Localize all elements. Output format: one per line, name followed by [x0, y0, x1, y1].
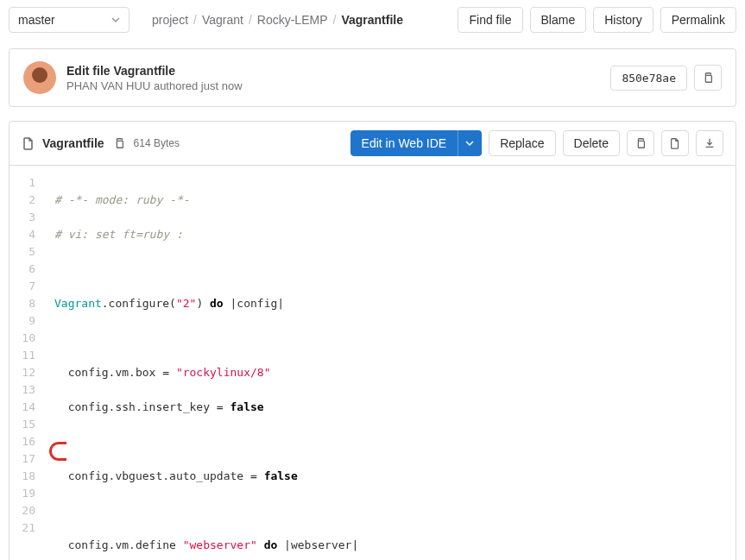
code-token: "webserver" — [183, 538, 257, 551]
file-navigation-bar: master project / Vagrant / Rocky-LEMP / … — [9, 7, 736, 33]
file-icon — [669, 137, 681, 149]
commit-author[interactable]: PHAN VAN HUU — [66, 79, 150, 92]
line-number[interactable]: 11 — [18, 347, 35, 364]
copy-sha-button[interactable] — [694, 65, 722, 91]
branch-name: master — [18, 13, 55, 27]
svg-rect-2 — [638, 141, 644, 148]
line-number[interactable]: 2 — [18, 192, 35, 209]
raw-file-button[interactable] — [661, 130, 689, 156]
line-number[interactable]: 14 — [18, 399, 35, 416]
edit-in-web-ide-button[interactable]: Edit in Web IDE — [350, 130, 458, 156]
code-token: do — [264, 538, 278, 551]
commit-title[interactable]: Edit file Vagrantfile — [66, 64, 600, 78]
commit-sha-group: 850e78ae — [610, 65, 722, 91]
code-token: config.vm.box = — [54, 366, 176, 379]
commit-sha[interactable]: 850e78ae — [610, 66, 687, 91]
breadcrumb-separator: / — [333, 13, 337, 27]
file-icon — [22, 136, 35, 150]
clipboard-icon — [113, 137, 125, 149]
last-commit-panel: Edit file Vagrantfile PHAN VAN HUU autho… — [9, 48, 736, 107]
line-number[interactable]: 10 — [18, 330, 35, 347]
edit-ide-group: Edit in Web IDE — [350, 130, 483, 156]
svg-rect-1 — [117, 141, 123, 148]
file-top-actions: Find file Blame History Permalink — [458, 7, 736, 33]
line-number[interactable]: 8 — [18, 295, 35, 312]
file-header: Vagrantfile 614 Bytes Edit in Web IDE Re… — [9, 122, 736, 165]
code-token: ) — [196, 297, 210, 310]
breadcrumb-item[interactable]: Rocky-LEMP — [257, 13, 328, 27]
file-name: Vagrantfile — [42, 136, 104, 150]
file-size: 614 Bytes — [134, 137, 180, 149]
code-token: false — [230, 400, 264, 413]
chevron-down-icon — [111, 16, 120, 24]
copy-contents-button[interactable] — [627, 130, 654, 156]
code-token: "rockylinux/8" — [176, 366, 271, 379]
code-token: .configure( — [102, 297, 176, 310]
find-file-button[interactable]: Find file — [458, 7, 522, 33]
code-token — [257, 538, 264, 551]
line-number[interactable]: 15 — [18, 416, 35, 433]
code-token: Vagrant — [54, 297, 102, 310]
blame-button[interactable]: Blame — [530, 7, 587, 33]
code-token: config.vbguest.auto_update = — [54, 469, 264, 482]
copy-filename-button[interactable] — [111, 135, 127, 151]
code-token: "2" — [176, 297, 196, 310]
delete-button[interactable]: Delete — [563, 130, 620, 156]
branch-selector[interactable]: master — [9, 7, 129, 33]
breadcrumb-separator: / — [249, 13, 252, 27]
line-number[interactable]: 19 — [18, 485, 35, 502]
line-number[interactable]: 1 — [18, 174, 35, 192]
code-token: |webserver| — [277, 538, 358, 551]
code-token: config.vm.define — [54, 538, 183, 551]
line-number[interactable]: 18 — [18, 468, 35, 485]
svg-rect-0 — [705, 75, 711, 82]
history-button[interactable]: History — [593, 7, 653, 33]
line-number[interactable]: 4 — [18, 226, 35, 243]
line-number-gutter: 1 2 3 4 5 6 7 8 9 10 11 12 13 14 15 16 1… — [9, 166, 47, 560]
code-token: # vi: set ft=ruby : — [54, 228, 183, 241]
line-number[interactable]: 13 — [18, 381, 35, 399]
code-token: config.ssh.insert_key = — [54, 400, 230, 413]
line-number[interactable]: 21 — [18, 519, 35, 537]
breadcrumb-current: Vagrantfile — [341, 13, 403, 27]
line-number[interactable]: 6 — [18, 261, 35, 278]
chevron-down-icon — [465, 139, 474, 148]
line-number[interactable]: 9 — [18, 312, 35, 330]
file-viewer: Vagrantfile 614 Bytes Edit in Web IDE Re… — [9, 121, 736, 560]
code-token: # -*- mode: ruby -*- — [54, 193, 190, 206]
commit-author-line: PHAN VAN HUU authored just now — [66, 79, 600, 92]
breadcrumb-item[interactable]: project — [152, 13, 188, 27]
code-token: false — [264, 469, 298, 482]
breadcrumb-separator: / — [193, 13, 197, 27]
clipboard-icon — [635, 137, 647, 149]
download-icon — [704, 137, 716, 149]
download-button[interactable] — [696, 130, 723, 156]
commit-info: Edit file Vagrantfile PHAN VAN HUU autho… — [66, 64, 600, 92]
line-number[interactable]: 5 — [18, 243, 35, 261]
line-number[interactable]: 20 — [18, 502, 35, 519]
commit-authored-time: authored just now — [154, 79, 243, 92]
code-content: # -*- mode: ruby -*- # vi: set ft=ruby :… — [47, 166, 702, 560]
line-number[interactable]: 12 — [18, 364, 35, 381]
code-viewer: 1 2 3 4 5 6 7 8 9 10 11 12 13 14 15 16 1… — [9, 165, 736, 560]
breadcrumb: project / Vagrant / Rocky-LEMP / Vagrant… — [152, 13, 451, 27]
avatar — [23, 61, 56, 94]
line-number[interactable]: 7 — [18, 278, 35, 295]
line-number[interactable]: 16 — [18, 433, 35, 450]
edit-dropdown-button[interactable] — [458, 130, 482, 156]
annotation-mark — [49, 442, 66, 461]
line-number[interactable]: 3 — [18, 209, 35, 226]
permalink-button[interactable]: Permalink — [660, 7, 736, 33]
line-number[interactable]: 17 — [18, 450, 35, 468]
code-token: |config| — [224, 297, 284, 310]
code-token: do — [210, 297, 224, 310]
breadcrumb-item[interactable]: Vagrant — [202, 13, 243, 27]
clipboard-icon — [702, 72, 714, 84]
replace-button[interactable]: Replace — [489, 130, 555, 156]
